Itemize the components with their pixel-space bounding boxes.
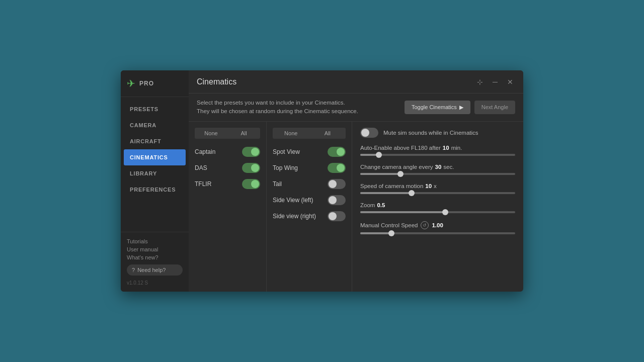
left-all-button[interactable]: All <box>227 128 260 139</box>
sidebar-item-presets[interactable]: PRESETS <box>121 101 189 117</box>
next-angle-button[interactable]: Next Angle <box>474 101 515 114</box>
manual-speed-label-row: Manual Control Speed ↺ 1.00 <box>360 221 515 229</box>
auto-enable-unit: min. <box>451 145 462 151</box>
play-icon: ▶ <box>459 104 463 111</box>
user-manual-link[interactable]: User manual <box>127 245 183 253</box>
auto-enable-setting-row: Auto-Enable above FL180 after 10 min. <box>360 145 515 156</box>
auto-enable-value: 10 <box>443 145 449 151</box>
left-none-button[interactable]: None <box>195 128 227 139</box>
description-text: Select the presets you want to include i… <box>197 99 358 116</box>
zoom-slider-thumb[interactable] <box>442 209 448 215</box>
middle-panel-header: None All <box>273 128 346 139</box>
description-line2: They will be chosen at random during the… <box>197 107 358 116</box>
question-icon: ? <box>132 267 135 273</box>
manual-speed-label-text: Manual Control Speed <box>360 222 418 228</box>
logo-pro-label: PRO <box>139 80 154 87</box>
left-preset-panel: None All Captain DAS TFLIR <box>189 122 267 292</box>
title-controls: ⊹ ─ ✕ <box>475 77 515 87</box>
manual-speed-value: 1.00 <box>432 222 443 228</box>
filter-icon[interactable]: ⊹ <box>475 77 485 87</box>
manual-speed-setting-row: Manual Control Speed ↺ 1.00 <box>360 221 515 234</box>
toggle-cinematics-button[interactable]: Toggle Cinematics ▶ <box>405 101 470 114</box>
preset-item-das: DAS <box>195 160 260 176</box>
sidebar: ✈ PRO PRESETS CAMERA AIRCRAFT CINEMATICS… <box>121 70 189 292</box>
auto-enable-label-row: Auto-Enable above FL180 after 10 min. <box>360 145 515 151</box>
preset-tail-label: Tail <box>273 180 282 188</box>
auto-enable-slider-track[interactable] <box>360 154 515 156</box>
version-label: v1.0.12 S <box>127 280 148 286</box>
mute-setting-row: Mute sim sounds while in Cinematics <box>360 128 515 138</box>
auto-enable-label-text: Auto-Enable above FL180 after <box>360 145 441 151</box>
zoom-label-row: Zoom 0.5 <box>360 202 515 208</box>
preset-captain-toggle[interactable] <box>242 147 260 157</box>
mute-label: Mute sim sounds while in Cinematics <box>383 130 478 136</box>
preset-spot-view-toggle[interactable] <box>328 147 346 157</box>
toggle-cinematics-label: Toggle Cinematics <box>412 104 457 110</box>
middle-none-button[interactable]: None <box>273 128 309 139</box>
sidebar-item-cinematics[interactable]: CINEMATICS <box>124 149 186 165</box>
close-icon[interactable]: ✕ <box>505 77 515 87</box>
preset-side-left-label: Side View (left) <box>273 197 313 204</box>
change-angle-slider-track[interactable] <box>360 173 515 175</box>
preset-item-top-wing: Top Wing <box>273 160 346 176</box>
preset-side-right-label: Side view (right) <box>273 213 316 220</box>
camera-speed-label-text: Speed of camera motion <box>360 183 423 189</box>
change-angle-setting-row: Change camera angle every 30 sec. <box>360 164 515 175</box>
camera-speed-slider-track[interactable] <box>360 192 515 194</box>
sidebar-footer: Tutorials User manual What's new? ? Need… <box>121 232 189 292</box>
sidebar-nav: PRESETS CAMERA AIRCRAFT CINEMATICS LIBRA… <box>121 97 189 232</box>
change-angle-label-text: Change camera angle every <box>360 164 433 170</box>
preset-item-side-left: Side View (left) <box>273 192 346 208</box>
middle-preset-panel: None All Spot View Top Wing Tail Side Vi… <box>267 122 352 292</box>
auto-enable-slider-thumb[interactable] <box>376 152 382 158</box>
panels-row: None All Captain DAS TFLIR <box>189 122 523 292</box>
zoom-slider-track[interactable] <box>360 211 515 213</box>
camera-speed-setting-row: Speed of camera motion 10 x <box>360 183 515 194</box>
top-description-bar: Select the presets you want to include i… <box>189 94 523 122</box>
sidebar-item-camera[interactable]: CAMERA <box>121 117 189 133</box>
left-panel-header: None All <box>195 128 260 139</box>
manual-speed-slider-track[interactable] <box>360 232 515 234</box>
logo-icon: ✈ <box>127 77 135 89</box>
manual-speed-slider-thumb[interactable] <box>388 230 394 236</box>
preset-item-side-right: Side view (right) <box>273 208 346 224</box>
sidebar-item-library[interactable]: LIBRARY <box>121 165 189 182</box>
change-angle-unit: sec. <box>443 164 454 170</box>
sidebar-item-aircraft[interactable]: AIRCRAFT <box>121 133 189 149</box>
preset-top-wing-label: Top Wing <box>273 164 298 171</box>
need-help-button[interactable]: ? Need help? <box>127 264 183 276</box>
preset-item-tail: Tail <box>273 176 346 192</box>
sidebar-item-preferences[interactable]: PREFERENCES <box>121 182 189 198</box>
minimize-icon[interactable]: ─ <box>490 77 500 87</box>
camera-speed-label-row: Speed of camera motion 10 x <box>360 183 515 189</box>
middle-all-button[interactable]: All <box>309 128 346 139</box>
description-line1: Select the presets you want to include i… <box>197 99 358 107</box>
preset-captain-label: Captain <box>195 148 215 155</box>
preset-top-wing-toggle[interactable] <box>328 163 346 173</box>
zoom-setting-row: Zoom 0.5 <box>360 202 515 213</box>
change-angle-slider-thumb[interactable] <box>397 171 404 177</box>
preset-side-left-toggle[interactable] <box>328 195 346 205</box>
whats-new-link[interactable]: What's new? <box>127 253 183 261</box>
camera-speed-slider-thumb[interactable] <box>409 190 415 196</box>
camera-speed-unit: x <box>434 183 437 189</box>
preset-das-toggle[interactable] <box>242 163 260 173</box>
preset-side-right-toggle[interactable] <box>328 211 346 221</box>
preset-item-captain: Captain <box>195 144 260 160</box>
top-action-buttons: Toggle Cinematics ▶ Next Angle <box>405 101 515 114</box>
preset-item-tflir: TFLIR <box>195 176 260 192</box>
main-content: Cinematics ⊹ ─ ✕ Select the presets you … <box>189 70 523 292</box>
app-window: ✈ PRO PRESETS CAMERA AIRCRAFT CINEMATICS… <box>121 70 523 292</box>
mute-toggle[interactable] <box>360 128 378 138</box>
zoom-value: 0.5 <box>377 202 385 208</box>
need-help-label: Need help? <box>137 267 166 273</box>
preset-tflir-toggle[interactable] <box>242 179 260 189</box>
title-bar: Cinematics ⊹ ─ ✕ <box>189 70 523 94</box>
preset-tail-toggle[interactable] <box>328 179 346 189</box>
preset-das-label: DAS <box>195 164 207 171</box>
change-angle-value: 30 <box>435 164 441 170</box>
preset-spot-view-label: Spot View <box>273 148 300 155</box>
tutorials-link[interactable]: Tutorials <box>127 237 183 245</box>
change-angle-label-row: Change camera angle every 30 sec. <box>360 164 515 170</box>
preset-tflir-label: TFLIR <box>195 180 211 188</box>
